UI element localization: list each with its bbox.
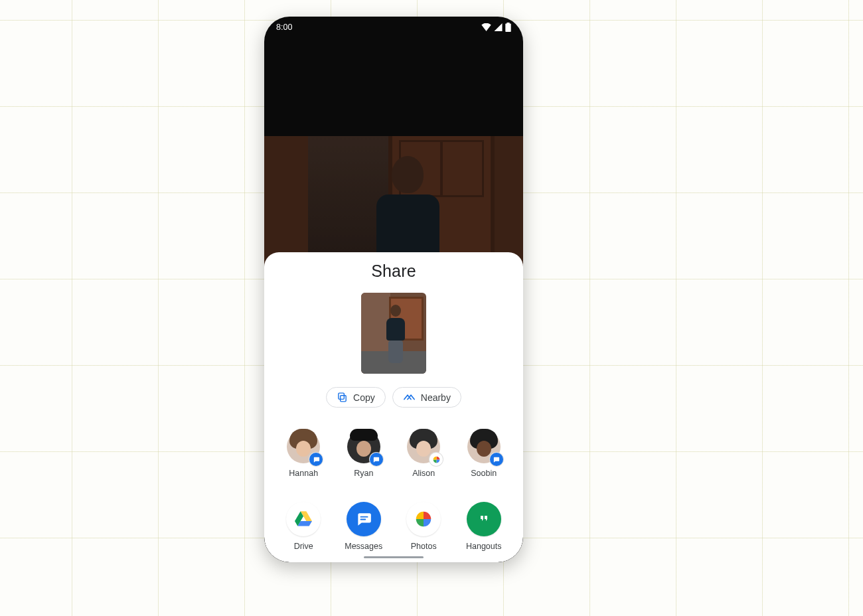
share-action-chips: Copy Nearby <box>264 387 523 408</box>
share-preview-thumbnail[interactable] <box>361 293 426 374</box>
avatar <box>287 430 320 463</box>
share-target-soobin[interactable]: Soobin <box>457 430 510 478</box>
contact-name: Ryan <box>354 469 373 478</box>
app-label: Photos <box>411 542 437 551</box>
contact-name: Soobin <box>471 469 497 478</box>
nearby-share-icon <box>403 393 416 402</box>
svg-rect-3 <box>360 518 366 520</box>
avatar <box>347 430 380 463</box>
messages-icon <box>347 502 381 536</box>
messages-badge-icon <box>490 453 503 466</box>
status-time: 8:00 <box>276 23 292 32</box>
nearby-button[interactable]: Nearby <box>392 387 461 408</box>
cell-signal-icon <box>494 23 503 31</box>
svg-rect-1 <box>339 393 344 399</box>
nearby-label: Nearby <box>421 392 451 403</box>
photos-badge-icon <box>430 453 443 466</box>
app-label: Drive <box>294 542 313 551</box>
contact-name: Alison <box>412 469 435 478</box>
share-app-photos[interactable]: Photos <box>397 502 450 551</box>
share-sheet: Share Copy Nearby <box>264 252 523 562</box>
svg-rect-0 <box>341 396 347 402</box>
svg-rect-2 <box>360 516 368 518</box>
app-label: Messages <box>345 542 382 551</box>
wifi-icon <box>481 23 491 31</box>
status-bar: 8:00 <box>264 17 523 38</box>
share-target-alison[interactable]: Alison <box>397 430 450 478</box>
status-icons <box>481 23 511 32</box>
messages-badge-icon <box>370 453 383 466</box>
hangouts-icon <box>467 502 501 536</box>
share-app-hangouts[interactable]: Hangouts <box>457 502 510 551</box>
copy-icon <box>337 392 348 403</box>
battery-icon <box>505 23 511 32</box>
share-target-ryan[interactable]: Ryan <box>337 430 390 478</box>
share-contacts-row: Hannah Ryan Alison <box>264 418 523 490</box>
photos-icon <box>406 502 441 536</box>
copy-label: Copy <box>353 392 375 403</box>
share-apps-row: Drive Messages Photos Hangouts <box>264 490 523 562</box>
share-app-messages[interactable]: Messages <box>337 502 390 551</box>
contact-name: Hannah <box>289 469 318 478</box>
copy-button[interactable]: Copy <box>326 387 386 408</box>
phone-frame: 8:00 Share Copy <box>264 17 523 562</box>
background-photo <box>264 136 523 269</box>
drive-icon <box>286 502 321 536</box>
avatar <box>407 430 440 463</box>
home-indicator[interactable] <box>364 556 424 558</box>
share-sheet-title: Share <box>264 262 523 281</box>
share-app-drive[interactable]: Drive <box>277 502 330 551</box>
messages-badge-icon <box>309 453 323 466</box>
app-label: Hangouts <box>466 542 502 551</box>
avatar <box>467 430 501 463</box>
share-target-hannah[interactable]: Hannah <box>277 430 330 478</box>
